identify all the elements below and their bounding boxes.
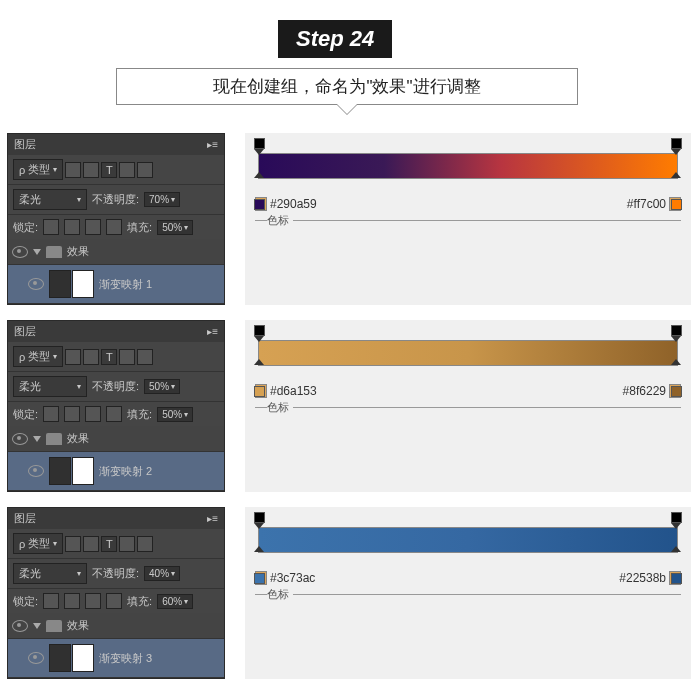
group-row[interactable]: 效果 bbox=[8, 613, 224, 639]
lock-pixel-icon[interactable] bbox=[64, 593, 80, 609]
filter-adjust-icon[interactable] bbox=[83, 162, 99, 178]
group-row[interactable]: 效果 bbox=[8, 239, 224, 265]
opacity-stop-right[interactable] bbox=[671, 325, 682, 341]
gradient-bar[interactable] bbox=[258, 153, 678, 179]
visibility-eye-icon[interactable] bbox=[12, 620, 28, 632]
group-name: 效果 bbox=[67, 618, 89, 633]
group-row[interactable]: 效果 bbox=[8, 426, 224, 452]
visibility-eye-icon[interactable] bbox=[12, 246, 28, 258]
opacity-label: 不透明度: bbox=[92, 192, 139, 207]
lock-pos-icon[interactable] bbox=[85, 593, 101, 609]
panel-menu-icon[interactable]: ▸≡ bbox=[207, 139, 218, 150]
lock-trans-icon[interactable] bbox=[43, 219, 59, 235]
opacity-stop-left[interactable] bbox=[254, 138, 265, 154]
lock-pixel-icon[interactable] bbox=[64, 219, 80, 235]
visibility-eye-icon[interactable] bbox=[28, 652, 44, 664]
section-label: 色标 bbox=[267, 214, 293, 226]
fill-value[interactable]: 50%▾ bbox=[157, 220, 193, 235]
visibility-eye-icon[interactable] bbox=[12, 433, 28, 445]
layer-row[interactable]: 渐变映射 3 bbox=[8, 639, 224, 678]
layer-row[interactable]: 渐变映射 2 bbox=[8, 452, 224, 491]
color-stop-left[interactable] bbox=[254, 552, 265, 568]
filter-shape-icon[interactable] bbox=[119, 536, 135, 552]
filter-adjust-icon[interactable] bbox=[83, 536, 99, 552]
filter-smart-icon[interactable] bbox=[137, 162, 153, 178]
blend-mode-dropdown[interactable]: 柔光▾ bbox=[13, 189, 87, 210]
color-stop-left[interactable] bbox=[254, 178, 265, 194]
step-badge: Step 24 bbox=[278, 20, 392, 58]
lock-label: 锁定: bbox=[13, 220, 38, 235]
opacity-label: 不透明度: bbox=[92, 379, 139, 394]
lock-pos-icon[interactable] bbox=[85, 219, 101, 235]
visibility-eye-icon[interactable] bbox=[28, 465, 44, 477]
lock-row: 锁定: 填充: 50%▾ bbox=[8, 214, 224, 239]
blend-mode-dropdown[interactable]: 柔光▾ bbox=[13, 376, 87, 397]
opacity-value[interactable]: 40%▾ bbox=[144, 566, 180, 581]
fill-value[interactable]: 50%▾ bbox=[157, 407, 193, 422]
lock-label: 锁定: bbox=[13, 407, 38, 422]
lock-label: 锁定: bbox=[13, 594, 38, 609]
layers-list: 效果 渐变映射 2 bbox=[8, 426, 224, 491]
layer-name: 渐变映射 2 bbox=[99, 464, 152, 479]
filter-shape-icon[interactable] bbox=[119, 349, 135, 365]
blend-mode-dropdown[interactable]: 柔光▾ bbox=[13, 563, 87, 584]
panel-title-text: 图层 bbox=[14, 137, 36, 152]
filter-type-icon[interactable]: T bbox=[101, 349, 117, 365]
color-stop-right[interactable] bbox=[671, 552, 682, 568]
opacity-value[interactable]: 50%▾ bbox=[144, 379, 180, 394]
lock-all-icon[interactable] bbox=[106, 406, 122, 422]
filter-type-dropdown[interactable]: ρ类型▾ bbox=[13, 533, 63, 554]
disclosure-triangle-icon[interactable] bbox=[33, 249, 41, 255]
fill-value[interactable]: 60%▾ bbox=[157, 594, 193, 609]
filter-type-icon[interactable]: T bbox=[101, 536, 117, 552]
layers-list: 效果 渐变映射 1 bbox=[8, 239, 224, 304]
opacity-stop-left[interactable] bbox=[254, 512, 265, 528]
fill-label: 填充: bbox=[127, 220, 152, 235]
gradient-editor-1: #290a59 #ff7c00 色标 bbox=[245, 133, 691, 305]
lock-row: 锁定: 填充: 50%▾ bbox=[8, 401, 224, 426]
gradient-bar[interactable] bbox=[258, 527, 678, 553]
filter-smart-icon[interactable] bbox=[137, 349, 153, 365]
filter-type-icon[interactable]: T bbox=[101, 162, 117, 178]
opacity-stop-right[interactable] bbox=[671, 138, 682, 154]
disclosure-triangle-icon[interactable] bbox=[33, 436, 41, 442]
panel-menu-icon[interactable]: ▸≡ bbox=[207, 326, 218, 337]
filter-type-dropdown[interactable]: ρ类型▾ bbox=[13, 159, 63, 180]
filter-adjust-icon[interactable] bbox=[83, 349, 99, 365]
lock-trans-icon[interactable] bbox=[43, 593, 59, 609]
lock-pixel-icon[interactable] bbox=[64, 406, 80, 422]
layers-panel-2: 图层▸≡ ρ类型▾ T 柔光▾ 不透明度: 50%▾ 锁定: 填充: 50%▾ … bbox=[7, 320, 225, 492]
blend-row: 柔光▾ 不透明度: 40%▾ bbox=[8, 558, 224, 588]
visibility-eye-icon[interactable] bbox=[28, 278, 44, 290]
filter-shape-icon[interactable] bbox=[119, 162, 135, 178]
filter-pixel-icon[interactable] bbox=[65, 349, 81, 365]
color-stop-right[interactable] bbox=[671, 365, 682, 381]
lock-all-icon[interactable] bbox=[106, 593, 122, 609]
disclosure-triangle-icon[interactable] bbox=[33, 623, 41, 629]
row-2: 图层▸≡ ρ类型▾ T 柔光▾ 不透明度: 50%▾ 锁定: 填充: 50%▾ … bbox=[7, 320, 691, 492]
folder-icon bbox=[46, 433, 62, 445]
opacity-stop-right[interactable] bbox=[671, 512, 682, 528]
filter-smart-icon[interactable] bbox=[137, 536, 153, 552]
lock-row: 锁定: 填充: 60%▾ bbox=[8, 588, 224, 613]
mask-thumb bbox=[72, 270, 94, 298]
panel-title: 图层▸≡ bbox=[8, 508, 224, 529]
hex-row: #d6a153 #8f6229 bbox=[255, 382, 681, 404]
lock-trans-icon[interactable] bbox=[43, 406, 59, 422]
filter-pixel-icon[interactable] bbox=[65, 162, 81, 178]
gradient-editor-3: #3c73ac #22538b 色标 bbox=[245, 507, 691, 679]
gradient-bar[interactable] bbox=[258, 340, 678, 366]
lock-all-icon[interactable] bbox=[106, 219, 122, 235]
lock-pos-icon[interactable] bbox=[85, 406, 101, 422]
color-stop-left[interactable] bbox=[254, 365, 265, 381]
layer-thumbs bbox=[49, 457, 94, 485]
panel-title: 图层▸≡ bbox=[8, 321, 224, 342]
filter-toolbar: ρ类型▾ T bbox=[8, 529, 224, 558]
opacity-value[interactable]: 70%▾ bbox=[144, 192, 180, 207]
filter-pixel-icon[interactable] bbox=[65, 536, 81, 552]
color-stop-right[interactable] bbox=[671, 178, 682, 194]
panel-menu-icon[interactable]: ▸≡ bbox=[207, 513, 218, 524]
layer-row[interactable]: 渐变映射 1 bbox=[8, 265, 224, 304]
opacity-stop-left[interactable] bbox=[254, 325, 265, 341]
filter-type-dropdown[interactable]: ρ类型▾ bbox=[13, 346, 63, 367]
